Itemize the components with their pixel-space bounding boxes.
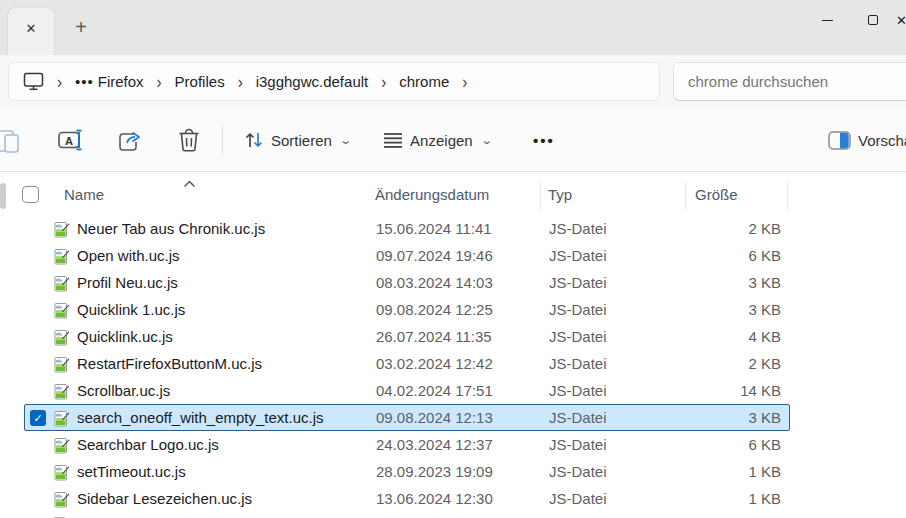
monitor-icon[interactable] <box>23 72 44 91</box>
paste-button[interactable] <box>0 122 26 158</box>
file-size: 1 KB <box>631 490 781 507</box>
file-row[interactable]: ✓ Searchbar Logo.uc.js 24.03.2024 12:37 … <box>24 431 790 458</box>
file-name[interactable]: Scrollbar.uc.js <box>77 382 170 399</box>
breadcrumb-separator-icon: › <box>370 71 397 92</box>
file-date: 15.06.2024 11:41 <box>376 220 492 237</box>
view-label: Anzeigen <box>410 132 473 149</box>
file-date: 24.03.2024 12:37 <box>376 436 493 453</box>
column-header-type[interactable]: Typ <box>548 186 572 203</box>
column-divider[interactable] <box>685 182 686 210</box>
share-icon <box>118 129 142 152</box>
js-file-icon <box>53 302 70 319</box>
view-button[interactable]: Anzeigen ⌄ <box>376 122 498 158</box>
column-divider[interactable] <box>540 182 541 210</box>
search-input[interactable] <box>674 73 894 90</box>
close-button[interactable]: ✕ <box>896 0 906 40</box>
column-divider[interactable] <box>787 182 788 210</box>
file-row[interactable]: ✓ Profil Neu.uc.js 08.03.2024 14:03 JS-D… <box>24 269 790 296</box>
file-row[interactable]: ✓ setTimeout.uc.js 28.09.2023 19:09 JS-D… <box>24 458 790 485</box>
partial-file-row <box>24 512 790 518</box>
file-row[interactable]: ✓ Neuer Tab aus Chronik.uc.js 15.06.2024… <box>24 215 790 242</box>
tab-close-icon[interactable]: ✕ <box>19 16 43 40</box>
clipboard-paste-icon <box>0 128 19 153</box>
file-name[interactable]: Open with.uc.js <box>77 247 180 264</box>
js-file-icon <box>53 329 70 346</box>
share-button[interactable] <box>112 122 148 158</box>
select-all-checkbox[interactable] <box>22 186 39 203</box>
minimize-icon <box>822 20 833 21</box>
file-size: 3 KB <box>631 274 781 291</box>
file-date: 09.08.2024 12:25 <box>376 301 493 318</box>
file-name[interactable]: Neuer Tab aus Chronik.uc.js <box>77 220 265 237</box>
file-type: JS-Datei <box>549 220 607 237</box>
js-file-icon <box>53 410 70 427</box>
breadcrumb: ›•••Firefox›Profiles›i3gghgwc.default›ch… <box>46 69 478 94</box>
file-type: JS-Datei <box>549 382 607 399</box>
sort-label: Sortieren <box>271 132 332 149</box>
file-name[interactable]: Quicklink 1.uc.js <box>77 301 185 318</box>
file-date: 08.03.2024 14:03 <box>376 274 493 291</box>
breadcrumb-separator-icon: › <box>46 71 73 92</box>
file-name[interactable]: RestartFirefoxButtonM.uc.js <box>77 355 262 372</box>
file-row[interactable]: ✓ Quicklink.uc.js 26.07.2024 11:35 JS-Da… <box>24 323 790 350</box>
file-row[interactable]: ✓ Quicklink 1.uc.js 09.08.2024 12:25 JS-… <box>24 296 790 323</box>
sort-ascending-caret-icon <box>183 174 196 191</box>
file-size: 1 KB <box>631 463 781 480</box>
rename-button[interactable]: A <box>53 122 89 158</box>
row-checkbox[interactable]: ✓ <box>30 410 46 426</box>
breadcrumb-item[interactable]: Profiles <box>173 69 227 94</box>
rename-icon: A <box>58 129 84 151</box>
file-date: 13.06.2024 12:30 <box>376 490 493 507</box>
breadcrumb-item[interactable]: Firefox <box>96 69 146 94</box>
column-header-size[interactable]: Größe <box>695 186 738 203</box>
file-row[interactable]: ✓ Open with.uc.js 09.07.2024 19:46 JS-Da… <box>24 242 790 269</box>
maximize-button[interactable] <box>850 0 896 40</box>
file-name[interactable]: setTimeout.uc.js <box>77 463 186 480</box>
explorer-tab[interactable]: ✕ <box>8 8 54 55</box>
file-name[interactable]: Searchbar Logo.uc.js <box>77 436 219 453</box>
file-list-area: Name Änderungsdatum Typ Größe ✓ <box>0 172 906 518</box>
sort-button[interactable]: Sortieren ⌄ <box>238 122 356 158</box>
file-name[interactable]: search_oneoff_with_empty_text.uc.js <box>77 409 324 426</box>
file-row[interactable]: ✓ search_oneoff_with_empty_text.uc.js 09… <box>24 404 790 431</box>
window-controls: ✕ <box>804 0 906 44</box>
column-header-date[interactable]: Änderungsdatum <box>375 186 489 203</box>
js-file-icon <box>53 275 70 292</box>
file-name[interactable]: Profil Neu.uc.js <box>77 274 178 291</box>
breadcrumb-item[interactable]: i3gghgwc.default <box>254 69 371 94</box>
more-options-button[interactable]: ••• <box>522 122 566 158</box>
preview-label: Vorschau <box>858 132 906 149</box>
js-file-icon <box>53 356 70 373</box>
svg-text:A: A <box>65 135 73 147</box>
file-name[interactable]: Quicklink.uc.js <box>77 328 173 345</box>
view-list-icon <box>383 131 403 149</box>
file-type: JS-Datei <box>549 274 607 291</box>
file-date: 09.08.2024 12:13 <box>376 409 493 426</box>
file-size: 6 KB <box>631 247 781 264</box>
file-size: 2 KB <box>631 355 781 372</box>
js-file-icon <box>53 437 70 454</box>
file-name[interactable]: Sidebar Lesezeichen.uc.js <box>77 490 252 507</box>
file-type: JS-Datei <box>549 436 607 453</box>
chevron-down-icon: ⌄ <box>339 134 352 147</box>
column-header-name[interactable]: Name <box>64 186 104 203</box>
file-row[interactable]: ✓ Scrollbar.uc.js 04.02.2024 17:51 JS-Da… <box>24 377 790 404</box>
file-size: 14 KB <box>631 382 781 399</box>
column-header-row: Name Änderungsdatum Typ Größe <box>0 180 906 212</box>
address-bar[interactable]: ›•••Firefox›Profiles›i3gghgwc.default›ch… <box>8 62 660 101</box>
preview-pane-button[interactable]: Vorschau <box>828 122 906 158</box>
file-type: JS-Datei <box>549 409 607 426</box>
minimize-button[interactable] <box>804 0 850 40</box>
file-row[interactable]: ✓ Sidebar Lesezeichen.uc.js 13.06.2024 1… <box>24 485 790 512</box>
file-row[interactable]: ✓ RestartFirefoxButtonM.uc.js 03.02.2024… <box>24 350 790 377</box>
breadcrumb-separator-icon: › <box>227 71 254 92</box>
command-toolbar: A <box>0 108 906 172</box>
delete-button[interactable] <box>171 122 207 158</box>
new-tab-button[interactable]: + <box>68 14 94 40</box>
js-file-icon <box>53 221 70 238</box>
search-box[interactable] <box>673 62 906 101</box>
js-file-icon <box>53 491 70 508</box>
breadcrumb-item[interactable]: chrome <box>397 69 451 94</box>
breadcrumb-overflow-button[interactable]: ••• <box>73 73 96 90</box>
file-date: 03.02.2024 12:42 <box>376 355 493 372</box>
